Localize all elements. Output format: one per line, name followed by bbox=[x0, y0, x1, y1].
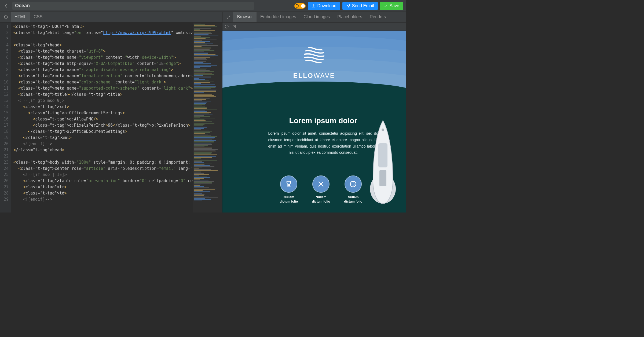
nodes-icon bbox=[312, 175, 330, 193]
tab-cloud-images[interactable]: Cloud images bbox=[300, 12, 334, 22]
line-gutter: 1234567891011121314151617181920212223242… bbox=[0, 23, 11, 213]
tab-renders[interactable]: Renders bbox=[366, 12, 390, 22]
yacht-illustration bbox=[368, 119, 398, 205]
download-icon bbox=[312, 4, 316, 8]
brand-name-bold: ELLO bbox=[293, 72, 314, 79]
feature-item: Nullamdictum folio bbox=[343, 175, 363, 204]
code-content[interactable]: <class="t-tag">!DOCTYPE html><class="t-t… bbox=[11, 23, 193, 213]
back-button[interactable] bbox=[3, 2, 10, 10]
send-email-button[interactable]: Send Email bbox=[342, 2, 378, 10]
feature-item: Nullamdictum folio bbox=[311, 175, 331, 204]
tab-css[interactable]: CSS bbox=[30, 12, 46, 22]
svg-point-4 bbox=[382, 129, 384, 131]
email-preview: ELLOWAVE Lorem ipsum dolor Lorem ipsum d… bbox=[222, 31, 406, 213]
download-label: Download bbox=[317, 3, 336, 8]
brand-name-thin: WAVE bbox=[314, 72, 335, 79]
code-pane: HTML CSS 1234567891011121314151617181920… bbox=[0, 12, 222, 213]
tab-html[interactable]: HTML bbox=[11, 12, 30, 22]
brand-logo: ELLOWAVE bbox=[222, 44, 406, 79]
feature-item: Nullamdictum folio bbox=[279, 175, 299, 204]
feature-label: Nullamdictum folio bbox=[279, 195, 299, 204]
preview-pane: Browser Embedded images Cloud images Pla… bbox=[222, 12, 406, 213]
save-label: Save bbox=[390, 3, 399, 8]
check-icon bbox=[384, 4, 388, 8]
feature-label: Nullamdictum folio bbox=[311, 195, 331, 204]
tab-placeholders[interactable]: Placeholders bbox=[334, 12, 366, 22]
svg-rect-3 bbox=[379, 170, 386, 186]
tab-browser[interactable]: Browser bbox=[233, 12, 257, 22]
feature-label: Nullamdictum folio bbox=[343, 195, 363, 204]
send-icon bbox=[346, 4, 350, 8]
expand-preview-button[interactable] bbox=[224, 12, 233, 22]
preview-sub-toolbar bbox=[222, 23, 406, 31]
hero-body: Lorem ipsum dolor sit amet, consectetur … bbox=[268, 130, 378, 156]
right-tab-bar: Browser Embedded images Cloud images Pla… bbox=[222, 12, 406, 23]
refresh-code-button[interactable] bbox=[1, 12, 11, 22]
compass-icon bbox=[345, 175, 362, 193]
top-toolbar: Download Send Email Save bbox=[0, 0, 406, 12]
wave-logo-icon bbox=[303, 44, 326, 67]
hero-headline: Lorem ipsum dolor bbox=[268, 116, 378, 125]
theme-toggle[interactable] bbox=[294, 3, 306, 9]
document-title-input[interactable] bbox=[12, 2, 254, 10]
open-external-icon[interactable] bbox=[232, 24, 236, 29]
left-tab-bar: HTML CSS bbox=[0, 12, 222, 23]
tab-embedded-images[interactable]: Embedded images bbox=[257, 12, 300, 22]
save-button[interactable]: Save bbox=[380, 2, 403, 10]
code-editor[interactable]: 1234567891011121314151617181920212223242… bbox=[0, 23, 222, 213]
send-email-label: Send Email bbox=[352, 3, 374, 8]
minimap[interactable] bbox=[193, 23, 222, 213]
trophy-icon bbox=[280, 175, 297, 193]
feature-row: Nullamdictum folioNullamdictum folioNull… bbox=[279, 175, 363, 204]
reload-icon[interactable] bbox=[225, 24, 229, 29]
hero-copy: Lorem ipsum dolor Lorem ipsum dolor sit … bbox=[268, 116, 378, 156]
download-button[interactable]: Download bbox=[308, 2, 340, 10]
svg-rect-2 bbox=[378, 143, 387, 167]
